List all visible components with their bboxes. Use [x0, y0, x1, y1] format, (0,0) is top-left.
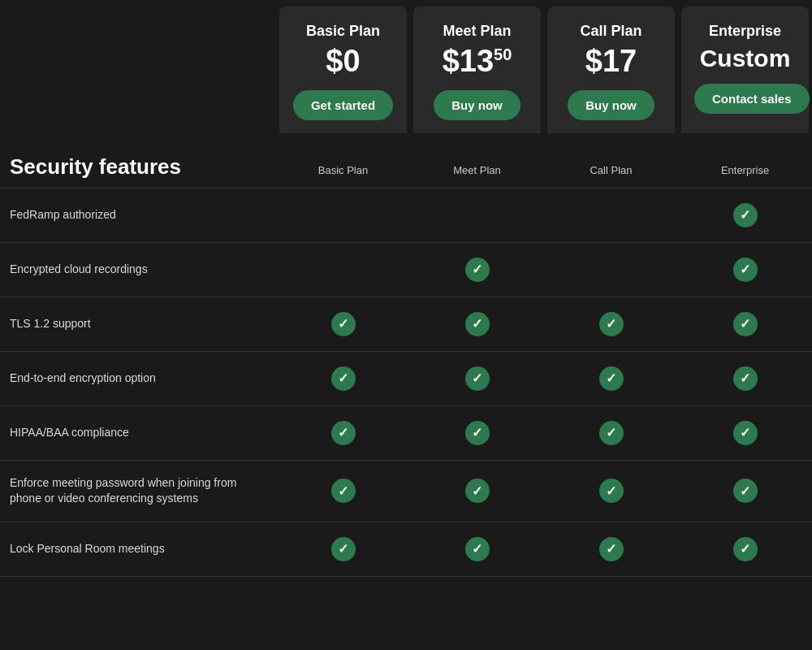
feature-cell-basic	[276, 522, 410, 576]
plan-call-header: Call Plan $17 Buy now	[547, 6, 675, 133]
feature-row: End-to-end encryption option	[0, 352, 812, 406]
check-icon	[733, 203, 758, 228]
feature-cell-enterprise	[678, 522, 812, 576]
feature-row: FedRamp authorized	[0, 188, 812, 243]
check-icon	[599, 421, 624, 445]
check-icon	[465, 312, 490, 336]
feature-cell-enterprise	[678, 188, 812, 242]
feature-cell-meet	[410, 243, 544, 297]
feature-cell-call	[544, 255, 678, 284]
check-icon	[599, 366, 624, 391]
feature-cell-call	[544, 406, 678, 460]
check-icon	[331, 421, 356, 445]
col-label-meet: Meet Plan	[410, 161, 544, 180]
check-icon	[599, 479, 624, 503]
header-row: Basic Plan $0 Get started Meet Plan $135…	[0, 0, 812, 133]
check-icon	[465, 421, 490, 445]
plan-enterprise-header: Enterprise Custom Contact sales	[681, 6, 809, 133]
feature-cell-call	[544, 201, 678, 230]
feature-cell-meet	[410, 464, 544, 518]
feature-row: HIPAA/BAA compliance	[0, 406, 812, 461]
check-icon	[331, 312, 356, 336]
check-icon	[331, 479, 356, 503]
feature-row: Encrypted cloud recordings	[0, 243, 812, 297]
section-title: Security features	[0, 154, 276, 180]
feature-cell-call	[544, 352, 678, 405]
feature-cell-meet	[410, 201, 544, 230]
check-icon	[733, 479, 758, 503]
plan-enterprise-price: Custom	[694, 45, 796, 72]
feature-cell-enterprise	[678, 352, 812, 405]
pricing-table: Basic Plan $0 Get started Meet Plan $135…	[0, 0, 812, 577]
check-icon	[733, 258, 758, 282]
feature-cell-meet	[410, 297, 544, 351]
plan-meet-cta[interactable]: Buy now	[434, 90, 520, 120]
feature-name: HIPAA/BAA compliance	[0, 410, 276, 456]
check-icon	[599, 537, 624, 561]
feature-cell-call	[544, 464, 678, 518]
feature-row: TLS 1.2 support	[0, 297, 812, 352]
feature-cell-call	[544, 297, 678, 351]
header-empty	[0, 0, 276, 133]
check-icon	[465, 258, 490, 282]
feature-name: Lock Personal Room meetings	[0, 526, 276, 572]
feature-cell-enterprise	[678, 297, 812, 351]
plan-meet-name: Meet Plan	[426, 23, 528, 40]
check-icon	[465, 479, 490, 503]
feature-name: FedRamp authorized	[0, 193, 276, 238]
features-container: FedRamp authorizedEncrypted cloud record…	[0, 188, 812, 577]
plan-meet-header: Meet Plan $1350 Buy now	[413, 6, 541, 133]
check-icon	[465, 366, 490, 391]
feature-cell-enterprise	[678, 243, 812, 297]
plan-enterprise-cta[interactable]: Contact sales	[694, 84, 810, 114]
feature-name: TLS 1.2 support	[0, 301, 276, 347]
feature-cell-meet	[410, 406, 544, 460]
feature-cell-basic	[276, 406, 410, 460]
feature-cell-basic	[276, 297, 410, 351]
feature-cell-meet	[410, 352, 544, 405]
plan-call-price: $17	[560, 45, 662, 79]
plan-basic-price: $0	[292, 45, 394, 79]
feature-cell-call	[544, 522, 678, 576]
feature-cell-basic	[276, 464, 410, 518]
feature-cell-enterprise	[678, 406, 812, 460]
plan-enterprise-name: Enterprise	[694, 23, 796, 40]
col-label-call: Call Plan	[544, 161, 678, 180]
plan-basic-name: Basic Plan	[292, 23, 394, 40]
plan-meet-price: $1350	[426, 45, 528, 79]
feature-name: Encrypted cloud recordings	[0, 247, 276, 292]
check-icon	[733, 421, 758, 445]
plan-basic-header: Basic Plan $0 Get started	[279, 6, 407, 133]
feature-row: Enforce meeting password when joining fr…	[0, 461, 812, 522]
check-icon	[733, 366, 758, 391]
check-icon	[599, 312, 624, 336]
check-icon	[331, 537, 356, 561]
col-label-basic: Basic Plan	[276, 161, 410, 180]
feature-cell-meet	[410, 522, 544, 576]
check-icon	[465, 537, 490, 561]
feature-name: Enforce meeting password when joining fr…	[0, 461, 276, 522]
plan-call-name: Call Plan	[560, 23, 662, 40]
col-label-enterprise: Enterprise	[678, 161, 812, 180]
check-icon	[733, 537, 758, 561]
check-icon	[733, 312, 758, 336]
feature-name: End-to-end encryption option	[0, 356, 276, 401]
feature-row: Lock Personal Room meetings	[0, 522, 812, 577]
feature-cell-enterprise	[678, 464, 812, 518]
feature-cell-basic	[276, 201, 410, 230]
section-title-row: Security features Basic Plan Meet Plan C…	[0, 140, 812, 188]
plan-call-cta[interactable]: Buy now	[568, 90, 654, 120]
plan-basic-cta[interactable]: Get started	[293, 90, 393, 120]
feature-cell-basic	[276, 352, 410, 405]
check-icon	[331, 366, 356, 391]
feature-cell-basic	[276, 255, 410, 284]
